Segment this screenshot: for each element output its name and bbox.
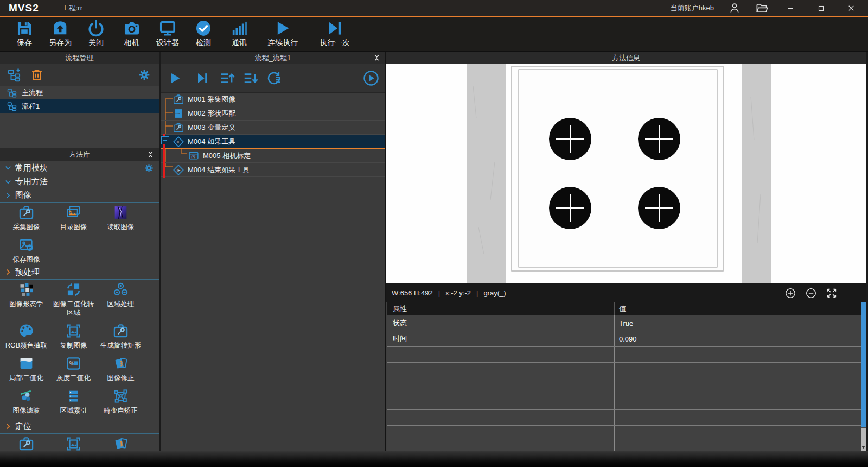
fit-fullscreen-icon[interactable]	[826, 287, 838, 299]
method-copy-image[interactable]: 复制图像	[50, 320, 97, 350]
table-row[interactable]: 时间 0.090	[387, 331, 861, 347]
save-image-icon	[18, 237, 35, 254]
section-locate[interactable]: 定位	[0, 419, 159, 434]
run-flow-button[interactable]	[168, 71, 182, 85]
table-row-empty[interactable]	[387, 394, 861, 410]
flow-panel-header: 流程_流程1	[161, 52, 385, 65]
local-binarize-icon	[18, 355, 35, 372]
save-button[interactable]: 保存	[9, 19, 40, 48]
flow-settings-gear-icon[interactable]	[138, 69, 150, 81]
section-special-methods[interactable]: 专用方法	[0, 175, 159, 189]
process-manager-header: 流程管理	[0, 52, 159, 65]
method-item-partial[interactable]	[97, 433, 144, 451]
folder-icon[interactable]	[755, 2, 768, 15]
method-binarize-to-region[interactable]: 图像二值化转区域	[50, 279, 97, 318]
method-morphology[interactable]: 图像形态学	[3, 279, 50, 318]
project-label: 工程:rr	[62, 3, 82, 13]
table-row-empty[interactable]	[387, 426, 861, 441]
run-once-button[interactable]: 执行一次	[311, 19, 359, 48]
method-region-index[interactable]: 区域索引	[50, 386, 97, 415]
table-row-empty[interactable]	[387, 441, 861, 451]
if-tool-icon	[173, 136, 184, 148]
method-image-correction[interactable]: 图像修正	[97, 353, 144, 382]
table-row-empty[interactable]	[387, 378, 861, 394]
check-circle-icon	[194, 19, 213, 37]
tilted-card-icon	[112, 436, 129, 451]
step-flow-button[interactable]	[195, 71, 209, 85]
flow-item-flow1[interactable]: 流程1	[0, 99, 159, 113]
collapse-panel-icon[interactable]	[146, 150, 155, 159]
table-row-empty[interactable]	[387, 363, 861, 378]
table-row[interactable]: 状态 True	[387, 315, 861, 331]
loop-settings-button[interactable]	[266, 70, 282, 86]
flow-item-main[interactable]: 主流程	[0, 86, 159, 100]
move-up-button[interactable]	[219, 70, 235, 86]
directory-image-icon	[65, 204, 82, 221]
region-index-icon	[65, 388, 82, 405]
end-if-tool-icon	[173, 164, 184, 176]
method-save-image[interactable]: 保存图像	[3, 235, 50, 264]
close-project-button[interactable]: 关闭	[81, 19, 111, 48]
method-item-partial[interactable]	[3, 433, 50, 451]
section-gear-icon[interactable]	[144, 163, 154, 173]
pixel-value-readout: gray(_)	[483, 289, 506, 297]
flow-node-m002[interactable]: M002 形状匹配	[161, 106, 385, 121]
communication-button[interactable]: 通讯	[224, 19, 254, 48]
copy-image-icon	[65, 323, 82, 339]
method-rotated-rect[interactable]: 生成旋转矩形	[97, 320, 144, 350]
flow-node-m004-endif[interactable]: M004 结束如果工具	[161, 163, 385, 177]
method-capture-image[interactable]: 采集图像	[3, 202, 50, 231]
flow-node-m003[interactable]: M003 变量定义	[161, 121, 385, 135]
property-column-header: 属性	[387, 302, 615, 315]
scrollbar-down-button[interactable]	[861, 428, 866, 451]
user-icon[interactable]	[728, 2, 741, 15]
run-continuous-button[interactable]: 连续执行	[260, 19, 305, 48]
section-image[interactable]: 图像	[0, 188, 159, 203]
image-correction-icon	[112, 355, 129, 372]
section-common-modules[interactable]: 常用模块	[0, 161, 159, 175]
camera-button[interactable]: 相机	[117, 19, 147, 48]
method-gray-binarize[interactable]: 灰度二值化	[50, 353, 97, 382]
locate-grid-clipped	[0, 433, 161, 451]
table-row-empty[interactable]	[387, 347, 861, 363]
method-read-image[interactable]: 读取图像	[97, 202, 144, 231]
collapse-panel-icon[interactable]	[373, 54, 381, 62]
titlebar: MVS2 工程:rr 当前账户hkeb	[0, 0, 868, 17]
scrollbar-thumb[interactable]	[861, 302, 866, 427]
camera-icon	[122, 19, 142, 37]
image-viewport[interactable]	[386, 64, 866, 283]
designer-button[interactable]: 设计器	[152, 19, 183, 48]
preprocess-grid-row1: 图像形态学 图像二值化转区域 区域处理	[0, 279, 161, 318]
method-region-process[interactable]: 区域处理	[97, 279, 144, 318]
table-scrollbar[interactable]	[861, 302, 866, 451]
method-local-binarize[interactable]: 局部二值化	[3, 353, 50, 382]
method-image-filter[interactable]: 图像滤波	[3, 386, 50, 415]
flow-node-m001[interactable]: M001 采集图像	[161, 92, 385, 106]
detect-button[interactable]: 检测	[188, 19, 219, 48]
flow-node-m005[interactable]: M005 相机标定	[161, 149, 385, 163]
method-directory-image[interactable]: 目录图像	[50, 202, 97, 231]
collapse-node-toggle[interactable]	[161, 136, 169, 144]
preprocess-grid-row4: 图像滤波 区域索引 畸变自矫正	[0, 386, 161, 415]
save-as-button[interactable]: 另存为	[45, 19, 75, 48]
section-preprocess[interactable]: 预处理	[0, 265, 159, 280]
zoom-out-icon[interactable]	[805, 287, 817, 299]
briefcase-icon	[18, 436, 35, 451]
maximize-button[interactable]	[813, 2, 829, 15]
minimize-button[interactable]	[782, 2, 799, 15]
method-rgb-extract[interactable]: RGB颜色抽取	[3, 320, 50, 350]
delete-flow-button[interactable]	[29, 67, 44, 83]
capture-image-icon	[173, 93, 184, 105]
close-button[interactable]	[843, 2, 859, 15]
chevron-right-icon	[4, 192, 12, 199]
method-item-partial[interactable]	[50, 433, 97, 451]
move-down-button[interactable]	[242, 70, 259, 86]
run-selected-button[interactable]	[362, 70, 380, 87]
table-row-empty[interactable]	[387, 410, 861, 426]
add-flow-button[interactable]	[7, 67, 22, 83]
zoom-in-icon[interactable]	[784, 287, 796, 299]
flow-node-m004-if[interactable]: M004 如果工具	[161, 135, 385, 149]
value-column-header: 值	[615, 302, 861, 315]
variable-define-icon	[173, 122, 184, 134]
method-distortion-correction[interactable]: 畸变自矫正	[97, 386, 144, 415]
